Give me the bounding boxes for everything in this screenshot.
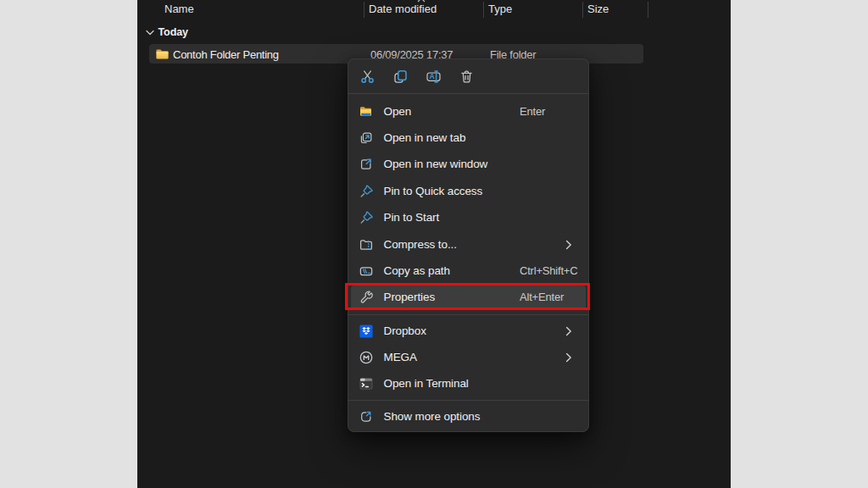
svg-text:A: A bbox=[429, 72, 434, 80]
